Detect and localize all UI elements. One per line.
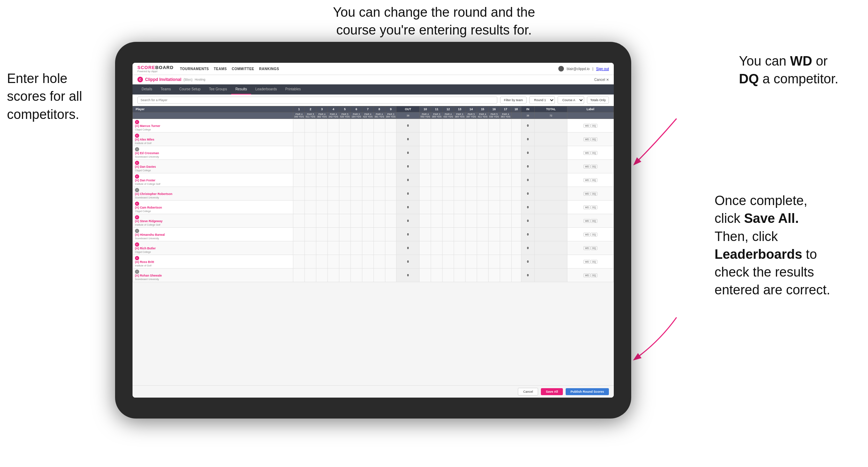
hole-10-input[interactable] bbox=[421, 260, 430, 263]
hole-5-cell[interactable] bbox=[339, 201, 350, 214]
hole-11-input[interactable] bbox=[432, 219, 441, 223]
hole-4-input[interactable] bbox=[329, 124, 338, 127]
hole-10-input[interactable] bbox=[421, 124, 430, 127]
hole-3-input[interactable] bbox=[317, 260, 326, 263]
hole-5-input[interactable] bbox=[340, 219, 349, 223]
tab-printables[interactable]: Printables bbox=[281, 84, 305, 95]
hole-16-cell[interactable] bbox=[488, 201, 500, 214]
hole-18-input[interactable] bbox=[513, 233, 520, 236]
hole-4-cell[interactable] bbox=[328, 241, 339, 255]
hole-2-cell[interactable] bbox=[305, 255, 316, 269]
hole-8-input[interactable] bbox=[375, 233, 384, 236]
hole-5-input[interactable] bbox=[340, 138, 349, 141]
hole-12-cell[interactable] bbox=[443, 187, 454, 201]
hole-15-input[interactable] bbox=[478, 165, 487, 168]
hole-2-input[interactable] bbox=[306, 274, 315, 277]
hole-16-cell[interactable] bbox=[488, 228, 500, 241]
hole-12-input[interactable] bbox=[444, 151, 453, 155]
hole-17-input[interactable] bbox=[501, 247, 510, 250]
hole-14-input[interactable] bbox=[467, 260, 476, 263]
hole-2-input[interactable] bbox=[306, 247, 315, 250]
hole-12-input[interactable] bbox=[444, 192, 453, 195]
hole-8-cell[interactable] bbox=[373, 173, 385, 187]
hole-10-input[interactable] bbox=[421, 165, 430, 168]
hole-11-input[interactable] bbox=[432, 233, 441, 236]
hole-10-input[interactable] bbox=[421, 151, 430, 155]
dq-button[interactable]: DQ bbox=[591, 219, 597, 223]
dq-button[interactable]: DQ bbox=[591, 273, 597, 277]
hole-5-cell[interactable] bbox=[339, 160, 350, 173]
hole-16-cell[interactable] bbox=[488, 269, 500, 282]
hole-2-cell[interactable] bbox=[305, 214, 316, 228]
hole-13-cell[interactable] bbox=[454, 133, 466, 146]
tab-results[interactable]: Results bbox=[231, 84, 251, 95]
hole-18-input[interactable] bbox=[513, 179, 520, 182]
hole-16-input[interactable] bbox=[490, 124, 499, 127]
hole-16-input[interactable] bbox=[490, 233, 499, 236]
hole-17-input[interactable] bbox=[501, 219, 510, 223]
hole-17-input[interactable] bbox=[501, 165, 510, 168]
hole-17-input[interactable] bbox=[501, 192, 510, 195]
hole-9-input[interactable] bbox=[386, 151, 395, 155]
hole-4-cell[interactable] bbox=[328, 214, 339, 228]
hole-2-input[interactable] bbox=[306, 151, 315, 155]
hole-18-input[interactable] bbox=[513, 151, 520, 155]
hole-3-cell[interactable] bbox=[316, 160, 328, 173]
wd-button[interactable]: WD bbox=[583, 151, 590, 155]
hole-1-cell[interactable] bbox=[293, 187, 305, 201]
hole-18-cell[interactable] bbox=[511, 255, 521, 269]
dq-button[interactable]: DQ bbox=[591, 260, 597, 264]
hole-10-input[interactable] bbox=[421, 138, 430, 141]
hole-17-cell[interactable] bbox=[500, 146, 511, 160]
dq-button[interactable]: DQ bbox=[591, 178, 597, 182]
hole-3-cell[interactable] bbox=[316, 255, 328, 269]
hole-9-input[interactable] bbox=[386, 274, 395, 277]
hole-4-input[interactable] bbox=[329, 233, 338, 236]
hole-10-cell[interactable] bbox=[420, 228, 431, 241]
hole-1-cell[interactable] bbox=[293, 173, 305, 187]
wd-button[interactable]: WD bbox=[583, 273, 590, 277]
hole-7-cell[interactable] bbox=[362, 228, 373, 241]
hole-5-cell[interactable] bbox=[339, 173, 350, 187]
publish-button[interactable]: Publish Round Scores bbox=[566, 388, 609, 395]
hole-16-cell[interactable] bbox=[488, 187, 500, 201]
hole-16-input[interactable] bbox=[490, 274, 499, 277]
hole-11-cell[interactable] bbox=[431, 214, 443, 228]
hole-14-cell[interactable] bbox=[466, 269, 477, 282]
hole-15-input[interactable] bbox=[478, 192, 487, 195]
hole-8-input[interactable] bbox=[375, 260, 384, 263]
hole-8-input[interactable] bbox=[375, 151, 384, 155]
hole-4-input[interactable] bbox=[329, 206, 338, 209]
hole-7-input[interactable] bbox=[363, 151, 372, 155]
hole-12-input[interactable] bbox=[444, 233, 453, 236]
hole-11-input[interactable] bbox=[432, 138, 441, 141]
hole-2-input[interactable] bbox=[306, 219, 315, 223]
hole-7-cell[interactable] bbox=[362, 241, 373, 255]
dq-button[interactable]: DQ bbox=[591, 205, 597, 209]
hole-1-cell[interactable] bbox=[293, 133, 305, 146]
hole-1-input[interactable] bbox=[294, 151, 303, 155]
hole-11-input[interactable] bbox=[432, 165, 441, 168]
hole-9-cell[interactable] bbox=[385, 146, 397, 160]
hole-15-input[interactable] bbox=[478, 206, 487, 209]
hole-10-cell[interactable] bbox=[420, 255, 431, 269]
hole-13-input[interactable] bbox=[455, 219, 464, 223]
hole-14-cell[interactable] bbox=[466, 241, 477, 255]
hole-8-cell[interactable] bbox=[373, 146, 385, 160]
hole-15-cell[interactable] bbox=[477, 269, 488, 282]
hole-3-cell[interactable] bbox=[316, 133, 328, 146]
hole-9-input[interactable] bbox=[386, 233, 395, 236]
hole-18-input[interactable] bbox=[513, 260, 520, 263]
hole-11-input[interactable] bbox=[432, 260, 441, 263]
hole-3-cell[interactable] bbox=[316, 241, 328, 255]
hole-10-input[interactable] bbox=[421, 206, 430, 209]
hole-13-input[interactable] bbox=[455, 260, 464, 263]
hole-6-input[interactable] bbox=[352, 219, 361, 223]
hole-4-cell[interactable] bbox=[328, 228, 339, 241]
hole-5-cell[interactable] bbox=[339, 133, 350, 146]
hole-13-cell[interactable] bbox=[454, 146, 466, 160]
hole-10-cell[interactable] bbox=[420, 173, 431, 187]
hole-2-input[interactable] bbox=[306, 233, 315, 236]
hole-17-cell[interactable] bbox=[500, 133, 511, 146]
hole-12-cell[interactable] bbox=[443, 146, 454, 160]
